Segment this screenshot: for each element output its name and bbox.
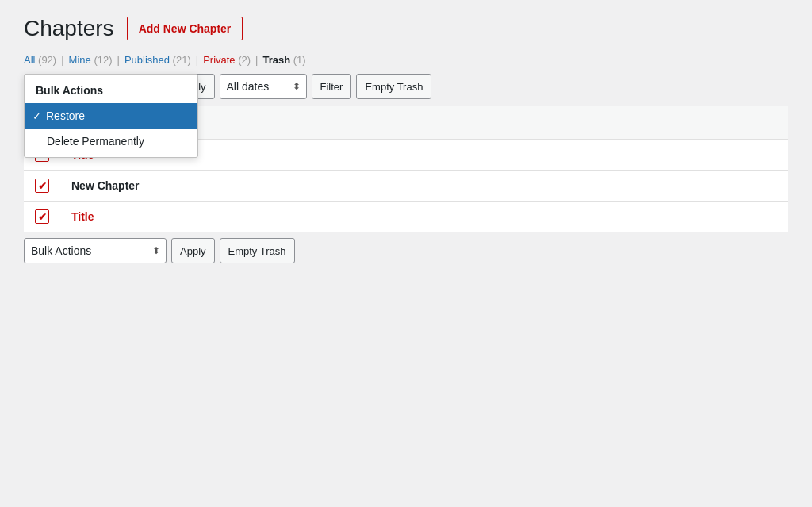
filter-links: All (92) | Mine (12) | Published (21) | … (24, 54, 788, 66)
bottom-apply-button[interactable]: Apply (171, 238, 215, 263)
dropdown-item-delete-permanently[interactable]: Delete Permanently (25, 129, 197, 154)
row-title-2[interactable]: New Chapter (71, 179, 140, 192)
filter-link-private[interactable]: Private (2) (203, 54, 251, 66)
row-checkbox-3[interactable] (35, 209, 49, 224)
table-row: Title (24, 202, 788, 232)
row-checkbox-2[interactable] (35, 179, 49, 193)
page-title: Chapters (24, 16, 114, 41)
bottom-bulk-actions-wrapper[interactable]: Bulk Actions Restore Delete Permanently … (24, 238, 167, 263)
dropdown-header: Bulk Actions (25, 78, 197, 103)
checkmark-icon: ✓ (33, 110, 41, 122)
filter-link-mine[interactable]: Mine (12) (69, 54, 113, 66)
filter-link-trash: Trash (1) (262, 54, 305, 66)
bulk-actions-dropdown[interactable]: Bulk Actions ✓ Restore Delete Permanentl… (24, 74, 198, 158)
bottom-toolbar: Bulk Actions Restore Delete Permanently … (24, 238, 788, 263)
filter-link-all[interactable]: All (92) (24, 54, 56, 66)
row-title-cell-2: New Chapter (60, 171, 788, 202)
filter-button[interactable]: Filter (312, 74, 352, 99)
empty-trash-button[interactable]: Empty Trash (356, 74, 431, 99)
row-checkbox-cell-3[interactable] (24, 202, 60, 232)
top-toolbar: Bulk Actions ✓ Restore Delete Permanentl… (24, 74, 788, 99)
filter-link-published[interactable]: Published (21) (124, 54, 191, 66)
row-title-3[interactable]: Title (71, 210, 94, 223)
row-checkbox-cell-2[interactable] (24, 171, 60, 202)
dates-select[interactable]: All dates (220, 74, 307, 99)
bottom-bulk-actions-select[interactable]: Bulk Actions Restore Delete Permanently (24, 238, 167, 263)
add-new-chapter-button[interactable]: Add New Chapter (127, 17, 243, 40)
row-title-cell-3: Title (60, 202, 788, 232)
dates-select-wrapper[interactable]: All dates ⬍ (220, 74, 307, 99)
page-header: Chapters Add New Chapter (24, 16, 788, 41)
bottom-empty-trash-button[interactable]: Empty Trash (220, 238, 295, 263)
table-row: New Chapter (24, 171, 788, 202)
dropdown-item-restore[interactable]: ✓ Restore (25, 103, 197, 129)
